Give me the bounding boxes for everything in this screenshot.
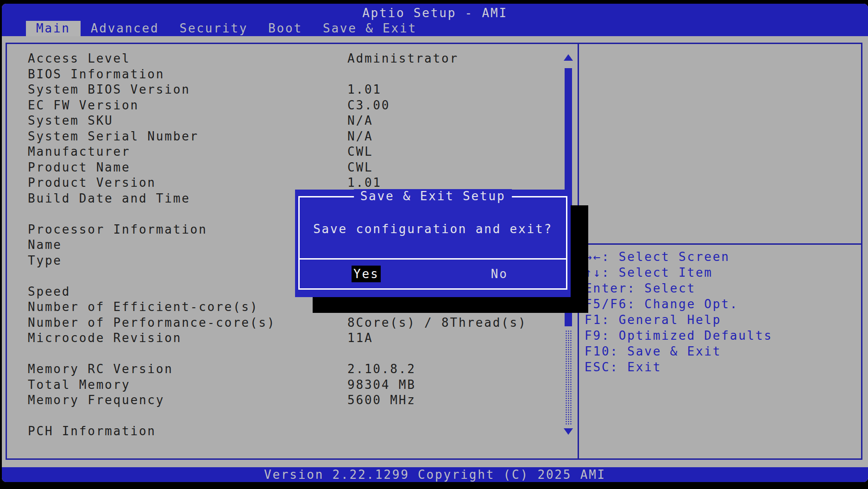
yes-button[interactable]: Yes (352, 266, 381, 282)
row-label (28, 346, 347, 362)
bios-info-row (7, 408, 563, 424)
bios-screen: Aptio Setup - AMI Main Advanced Security… (2, 4, 868, 482)
row-label: System SKU (28, 113, 347, 129)
bios-info-row: Product Name CWL (7, 160, 563, 176)
row-value: 8Core(s) / 8Thread(s) (347, 315, 563, 331)
bios-info-row: Product Version 1.01 (7, 175, 563, 191)
row-label: System BIOS Version (28, 82, 347, 98)
row-value: CWL (347, 160, 563, 176)
row-label: Product Version (28, 175, 347, 191)
row-label: Number of Performance-core(s) (28, 315, 347, 331)
row-value: 11A (347, 330, 563, 346)
menu-tab[interactable]: Advanced (81, 21, 170, 36)
row-label: PCH Information (28, 424, 347, 439)
page-title: Aptio Setup - AMI (2, 5, 868, 21)
bios-info-row: BIOS Information (7, 67, 563, 83)
row-label: Microcode Revision (28, 330, 347, 346)
row-value: 98304 MB (347, 377, 563, 393)
row-value: 2.10.8.2 (347, 362, 563, 377)
row-label (28, 408, 347, 424)
help-item: ESC: Exit (585, 359, 858, 375)
row-value: N/A (347, 113, 563, 129)
menu-tab[interactable]: Save & Exit (313, 21, 427, 36)
help-item: F5/F6: Change Opt. (585, 296, 858, 312)
bios-info-row: Access Level Administrator (7, 51, 563, 67)
menu-tab-label: Boot (268, 21, 302, 35)
help-item: →←: Select Screen (585, 249, 858, 265)
bios-info-row: EC FW Version C3.00 (7, 98, 563, 114)
row-value (347, 67, 563, 83)
header-bar: Aptio Setup - AMI Main Advanced Security… (2, 4, 868, 36)
scroll-up-icon[interactable] (564, 54, 573, 61)
save-exit-dialog: Save & Exit Setup Save configuration and… (295, 190, 571, 297)
menu-tab[interactable]: Boot (258, 21, 313, 36)
row-value: 1.01 (347, 82, 563, 98)
bios-info-row: PCH Information (7, 424, 563, 439)
row-label: Memory RC Version (28, 362, 347, 377)
bios-info-row: Number of Performance-core(s) 8Core(s) /… (7, 315, 563, 331)
help-item: F10: Save & Exit (585, 343, 858, 359)
dialog-buttons: Yes No (300, 260, 566, 288)
help-item: Enter: Select (585, 280, 858, 296)
help-item: ↑↓: Select Item (585, 265, 858, 280)
row-value: 1.01 (347, 175, 563, 191)
row-value (347, 424, 563, 439)
help-item: F1: General Help (585, 312, 858, 328)
bios-info-row: Memory RC Version 2.10.8.2 (7, 362, 563, 377)
row-value: CWL (347, 144, 563, 160)
row-value: Administrator (347, 51, 563, 67)
bios-info-row: Total Memory 98304 MB (7, 377, 563, 393)
menu-tab[interactable]: Main (26, 21, 81, 36)
bios-info-row: Memory Frequency 5600 MHz (7, 393, 563, 408)
menu-tab[interactable]: Security (169, 21, 258, 36)
bios-info-row: System SKU N/A (7, 113, 563, 129)
footer-bar: Version 2.22.1299 Copyright (C) 2025 AMI (2, 467, 868, 482)
help-pane-divider (579, 243, 861, 245)
row-label: EC FW Version (28, 98, 347, 114)
row-label: Manufacturer (28, 144, 347, 160)
dialog-title: Save & Exit Setup (354, 189, 512, 203)
menu-tab-label: Save & Exit (323, 21, 417, 35)
dialog-message: Save configuration and exit? (295, 222, 571, 236)
key-help-list: →←: Select Screen↑↓: Select ItemEnter: S… (585, 249, 858, 375)
row-label: Access Level (28, 51, 347, 67)
help-item: F9: Optimized Defaults (585, 328, 858, 343)
row-label: Product Name (28, 160, 347, 176)
row-value: N/A (347, 129, 563, 145)
menu-tab-label: Security (179, 21, 248, 35)
bios-info-row: Microcode Revision 11A (7, 330, 563, 346)
yes-button-area: Yes (300, 267, 433, 281)
bios-info-row: System Serial Number N/A (7, 129, 563, 145)
row-value (347, 346, 563, 362)
row-value (347, 408, 563, 424)
bios-info-row: Manufacturer CWL (7, 144, 563, 160)
scroll-down-icon[interactable] (564, 428, 573, 435)
row-label: Total Memory (28, 377, 347, 393)
no-button[interactable]: No (489, 266, 510, 282)
no-button-area: No (433, 267, 566, 281)
bios-info-row: System BIOS Version 1.01 (7, 82, 563, 98)
row-value: C3.00 (347, 98, 563, 114)
menu-tab-label: Advanced (91, 21, 159, 35)
bios-info-row (7, 346, 563, 362)
row-label: BIOS Information (28, 67, 347, 83)
row-value: 5600 MHz (347, 393, 563, 408)
version-text: Version 2.22.1299 Copyright (C) 2025 AMI (2, 467, 868, 482)
row-label: Memory Frequency (28, 393, 347, 408)
row-label: System Serial Number (28, 129, 347, 145)
row-label: Number of Efficient-core(s) (28, 299, 347, 315)
scrollbar-track[interactable] (565, 330, 572, 425)
menu-tab-label: Main (36, 21, 70, 35)
menu-tabs: Main Advanced Security Boot Save & Exit (26, 21, 427, 36)
